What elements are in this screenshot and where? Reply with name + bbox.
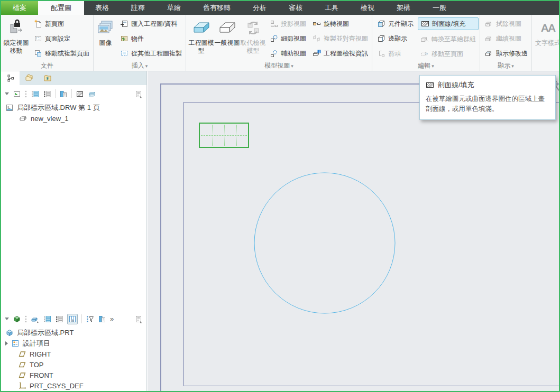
section-hatch-icon[interactable] [76, 90, 84, 98]
new-page-button[interactable]: 新頁面 [31, 16, 92, 31]
replace-view-model-button[interactable]: 取代檢視 模型 [240, 16, 266, 55]
tab-general[interactable]: 一般 [421, 1, 457, 15]
show-modified-edges-icon [485, 49, 493, 58]
resume-view-button[interactable]: 繼續視圖 [482, 31, 530, 46]
tab-tools[interactable]: 工具 [314, 1, 350, 15]
general-view-button[interactable]: 一般視圖 [214, 16, 240, 47]
tree-row-new-view[interactable]: new_view_1 [1, 113, 146, 124]
tab-view[interactable]: 檢視 [350, 1, 385, 15]
tab-sketch[interactable]: 草繪 [156, 1, 192, 15]
import-drawing-button[interactable]: 匯入工程圖/資料 [117, 16, 185, 31]
tree-row-part[interactable]: 局部標示區域.PRT [1, 328, 146, 338]
erase-view-button[interactable]: 拭除視圖 [482, 16, 530, 31]
projection-view-button[interactable]: 投影視圖 [267, 16, 309, 31]
page-setup-icon [34, 34, 42, 43]
image-label: 圖像 [99, 39, 112, 47]
arrows-label: 箭頭 [388, 49, 401, 58]
move-to-page-label: 移動至頁面 [432, 50, 463, 59]
move-copy-page-button[interactable]: 移動或複製頁面 [31, 46, 92, 61]
toolbar-dots-icon [25, 90, 27, 98]
page-display-icon[interactable] [13, 90, 21, 98]
arrows-button[interactable]: 箭頭 [374, 46, 416, 61]
tab-file[interactable]: 檔案 [1, 1, 38, 15]
text-style-button[interactable]: AA 文字樣式 [534, 16, 560, 47]
component-display-button[interactable]: 元件顯示 [374, 16, 416, 31]
copy-align-view-button[interactable]: 複製並對齊視圖 [310, 31, 371, 46]
hatch-fill-button[interactable]: 剖面線/填充 [418, 17, 479, 30]
sketch-grid-line [201, 135, 247, 136]
page-setup-button[interactable]: 頁面設定 [31, 31, 92, 46]
expander-icon[interactable] [5, 341, 8, 346]
object-button[interactable]: 物件 [117, 31, 185, 46]
part-cube-icon [5, 329, 14, 337]
filter-icon[interactable] [86, 315, 94, 323]
tree-columns-icon[interactable] [98, 315, 106, 323]
tree-column-display-toggle[interactable] [67, 314, 78, 324]
tree-row-design-items[interactable]: 設計項目 [1, 338, 146, 349]
show-options-icon[interactable] [31, 315, 39, 323]
green-cube-icon[interactable] [13, 315, 21, 323]
tab-analysis[interactable]: 分析 [242, 1, 278, 15]
part-label: 局部標示區域.PRT [17, 328, 74, 338]
drawing-circle[interactable] [254, 172, 396, 314]
image-button[interactable]: 圖像 [96, 16, 115, 47]
sketch-region-rectangle[interactable] [199, 123, 249, 148]
tab-legacy-migration[interactable]: 舊有移轉 [192, 1, 242, 15]
lock-view-movement-button[interactable]: 鎖定視圖 移動 [3, 16, 29, 55]
expand-tree-icon[interactable] [31, 90, 39, 98]
tree-row-plane-front[interactable]: FRONT [1, 370, 146, 380]
rotated-view-icon [313, 20, 321, 28]
tab-framework[interactable]: 架構 [385, 1, 421, 15]
layers-icon[interactable] [88, 90, 96, 98]
folder-browser-tab[interactable] [20, 71, 38, 85]
tab-table[interactable]: 表格 [84, 1, 120, 15]
drawing-view-info-button[interactable]: 工程圖檢視資訊 [310, 46, 371, 61]
copy-from-drawing-button[interactable]: 從其他工程圖複製 [117, 46, 185, 61]
arrows-icon [377, 49, 385, 58]
group-label-edit: 編輯 [418, 62, 430, 69]
erase-view-icon [485, 20, 493, 28]
view-icon [19, 114, 27, 123]
navigator-tabs [1, 71, 146, 85]
auxiliary-view-button[interactable]: 輔助視圖 [267, 46, 309, 61]
group-label-model-views: 模型視圖 [264, 62, 290, 69]
favorites-tab[interactable] [38, 71, 57, 85]
tree-columns-icon[interactable] [59, 90, 68, 98]
expand-tree-icon[interactable] [43, 315, 51, 323]
general-view-icon [217, 17, 238, 39]
tree-row-plane-right[interactable]: RIGHT [1, 349, 146, 359]
drawing-model-label: 工程圖模 型 [189, 39, 214, 55]
tree-options-dropdown[interactable] [5, 92, 9, 95]
move-to-page-button[interactable]: 移動至頁面 [418, 46, 479, 61]
ribbon-group-model-views: 工程圖模 型 一般視圖 取代檢視 模型 投影視圖 [186, 15, 372, 71]
app-window: 檔案 配置圖 表格 註釋 草繪 舊有移轉 分析 審核 工具 檢視 架構 一般 鎖… [0, 0, 560, 392]
graphics-area[interactable]: 剖面線/填充 在被草繪圖元或曲面邊界圍住的區域上畫剖面線，或用單色填滿。 [148, 71, 559, 391]
tab-layout[interactable]: 配置圖 [38, 1, 84, 15]
tab-review[interactable]: 審核 [278, 1, 314, 15]
tree-row-csys[interactable]: PRT_CSYS_DEF [1, 380, 146, 391]
tree-row-plane-top[interactable]: TOP [1, 359, 146, 370]
detail-view-button[interactable]: 細節視圖 [267, 31, 309, 46]
edge-display-button[interactable]: 邊顯示 [374, 31, 416, 46]
resume-view-label: 繼續視圖 [496, 34, 521, 43]
collapse-tree-icon[interactable] [55, 315, 63, 323]
tree-settings-icon[interactable] [134, 90, 143, 98]
toolbar-overflow-icon[interactable]: » [110, 315, 114, 323]
hatch-fill-label: 剖面線/填充 [432, 20, 465, 29]
plane-front-label: FRONT [30, 371, 53, 379]
tab-annotate[interactable]: 註釋 [120, 1, 156, 15]
convert-to-sketch-group-button[interactable]: 轉換至草繪群組 [418, 32, 479, 46]
copy-align-view-icon [313, 34, 321, 43]
edge-display-label: 邊顯示 [388, 34, 407, 43]
model-tree-options-dropdown[interactable] [5, 318, 9, 320]
object-icon [120, 34, 128, 43]
general-view-label: 一般視圖 [215, 39, 240, 47]
tree-row-drawing-page[interactable]: 局部標示區域.DRW 第 1 頁 [1, 102, 146, 113]
show-modified-edges-button[interactable]: 顯示修改邊 [482, 46, 530, 61]
collapse-tree-icon[interactable] [43, 90, 51, 98]
tree-settings-icon[interactable] [134, 315, 143, 323]
auxiliary-view-label: 輔助視圖 [281, 49, 306, 58]
model-tree-tab[interactable] [1, 71, 20, 85]
drawing-model-button[interactable]: 工程圖模 型 [188, 16, 214, 55]
rotated-view-button[interactable]: 旋轉視圖 [310, 16, 371, 31]
